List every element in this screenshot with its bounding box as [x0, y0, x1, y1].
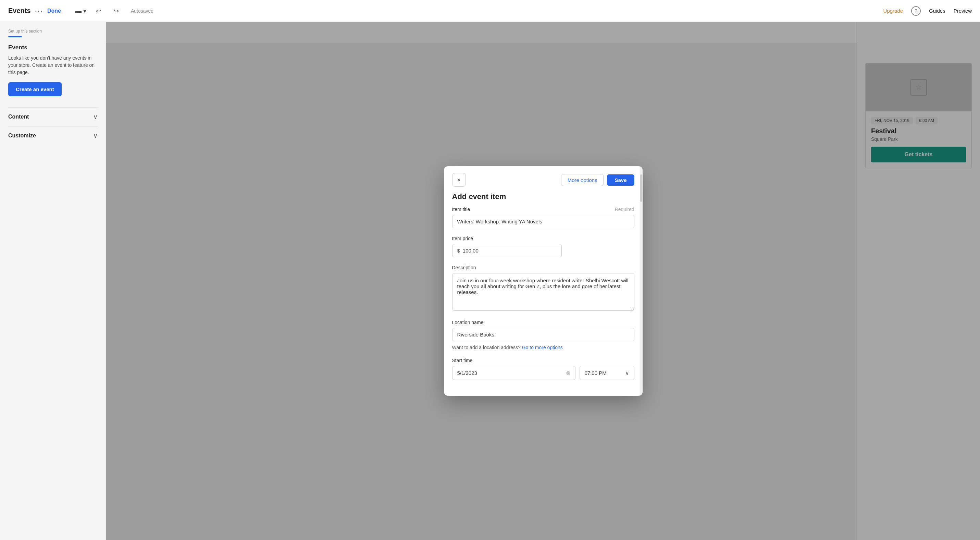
more-options-button[interactable]: More options: [561, 174, 604, 186]
start-time-label-row: Start time: [452, 358, 635, 363]
required-label: Required: [615, 207, 635, 212]
setup-label: Set up this section: [8, 29, 98, 33]
item-title-label-row: Item title Required: [452, 207, 635, 212]
modal-title: Add event item: [444, 192, 643, 207]
modal-scrollbar[interactable]: [640, 166, 643, 396]
modal-scrollbar-thumb: [640, 174, 642, 202]
time-value: 07:00 PM: [585, 370, 607, 376]
description-group: Description Join us in our four-week wor…: [452, 265, 635, 312]
save-button[interactable]: Save: [607, 174, 634, 186]
location-address-row: Want to add a location address? Go to mo…: [452, 345, 635, 350]
device-toggle[interactable]: ▬ ▾: [75, 5, 87, 17]
description-textarea[interactable]: Join us in our four-week workshop where …: [452, 273, 635, 311]
sidebar-item-customize[interactable]: Customize ∨: [8, 126, 98, 145]
close-icon: ×: [457, 177, 461, 184]
sidebar-description: Looks like you don't have any events in …: [8, 54, 98, 76]
progress-bar: [8, 36, 22, 37]
price-input-wrapper: $: [452, 244, 562, 257]
item-title-label: Item title: [452, 207, 470, 212]
modal-header-actions: More options Save: [561, 174, 635, 186]
location-label-row: Location name: [452, 320, 635, 325]
page-title: Events: [8, 7, 31, 15]
time-chevron-icon: ∨: [625, 370, 629, 376]
top-bar-left: Events ··· Done: [8, 6, 61, 16]
undo-button[interactable]: ↩: [92, 5, 105, 17]
customize-chevron-icon: ∨: [93, 132, 98, 139]
description-label-row: Description: [452, 265, 635, 270]
item-price-group: Item price $: [452, 236, 635, 257]
create-event-button[interactable]: Create an event: [8, 82, 62, 96]
start-time-label: Start time: [452, 358, 473, 363]
sidebar-item-content[interactable]: Content ∨: [8, 107, 98, 126]
start-time-group: Start time 5/1/2023 ⊗ 07:00 PM ∨: [452, 358, 635, 380]
item-title-input[interactable]: [452, 215, 635, 228]
start-time-row: 5/1/2023 ⊗ 07:00 PM ∨: [452, 366, 635, 380]
modal-close-button[interactable]: ×: [452, 173, 466, 187]
content-area: Shop 🔍 🛒 ☆ FRI, NOV 15, 2019 6:00 AM Fes: [106, 22, 980, 540]
item-title-group: Item title Required: [452, 207, 635, 228]
modal-header: × More options Save: [444, 166, 643, 192]
toolbar-center: ▬ ▾ ↩ ↪ Autosaved: [75, 5, 153, 17]
location-input[interactable]: [452, 328, 635, 341]
location-label: Location name: [452, 320, 484, 325]
top-bar-right: Upgrade ? Guides Preview: [883, 6, 972, 16]
date-input-wrapper[interactable]: 5/1/2023 ⊗: [452, 366, 576, 380]
item-price-label: Item price: [452, 236, 473, 241]
price-input[interactable]: [463, 244, 557, 257]
guides-link[interactable]: Guides: [929, 8, 945, 14]
add-event-modal: × More options Save Add event item: [444, 166, 643, 396]
time-select-wrapper[interactable]: 07:00 PM ∨: [579, 366, 635, 380]
currency-symbol: $: [457, 248, 460, 253]
redo-button[interactable]: ↪: [110, 5, 123, 17]
content-chevron-icon: ∨: [93, 113, 98, 121]
main-layout: Set up this section Events Looks like yo…: [0, 0, 980, 540]
description-label: Description: [452, 265, 476, 270]
preview-background: Shop 🔍 🛒 ☆ FRI, NOV 15, 2019 6:00 AM Fes: [106, 22, 980, 540]
help-icon[interactable]: ?: [911, 6, 921, 16]
location-group: Location name Want to add a location add…: [452, 320, 635, 350]
autosaved-label: Autosaved: [131, 8, 153, 14]
top-bar: Events ··· Done ▬ ▾ ↩ ↪ Autosaved Upgrad…: [0, 0, 980, 22]
modal-body: Item title Required Item price $: [444, 207, 643, 396]
date-clear-icon[interactable]: ⊗: [566, 370, 570, 376]
more-menu-icon[interactable]: ···: [35, 6, 43, 16]
content-label: Content: [8, 114, 29, 120]
sidebar: Set up this section Events Looks like yo…: [0, 22, 106, 540]
done-button[interactable]: Done: [47, 8, 61, 14]
upgrade-link[interactable]: Upgrade: [883, 8, 903, 14]
location-address-text: Want to add a location address?: [452, 345, 521, 350]
item-price-label-row: Item price: [452, 236, 635, 241]
go-to-more-options-link[interactable]: Go to more options: [522, 345, 563, 350]
preview-link[interactable]: Preview: [954, 8, 972, 14]
modal-container: × More options Save Add event item: [106, 22, 980, 540]
date-value: 5/1/2023: [457, 370, 477, 376]
sidebar-heading: Events: [8, 44, 98, 51]
customize-label: Customize: [8, 132, 36, 139]
